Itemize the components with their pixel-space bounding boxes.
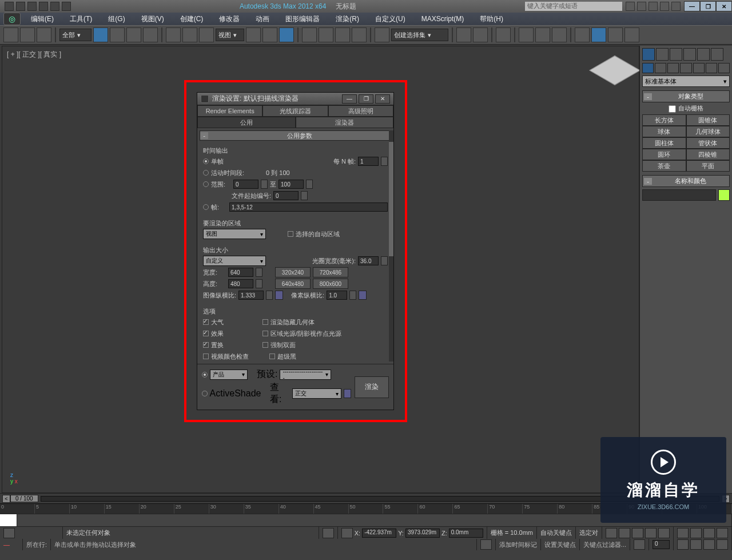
time-config-icon[interactable]: [630, 539, 649, 550]
maximize-viewport-icon[interactable]: [703, 539, 715, 550]
menu-group[interactable]: 组(G): [100, 14, 133, 24]
menu-animation[interactable]: 动画: [248, 14, 277, 24]
name-color-rollout-header[interactable]: -名称和颜色: [642, 175, 730, 187]
auto-region-checkbox[interactable]: [288, 231, 293, 237]
ref-coord-combo[interactable]: 视图: [216, 29, 244, 41]
transform-type-icon[interactable]: [341, 528, 353, 538]
render-production-icon[interactable]: [608, 27, 623, 42]
preset-320x240-button[interactable]: 320x240: [275, 267, 311, 277]
zoom-icon[interactable]: [677, 528, 689, 538]
plane-button[interactable]: 平面: [686, 160, 730, 172]
viewport-label[interactable]: [ + ][ 正交 ][ 真实 ]: [7, 50, 61, 59]
systems-cat-icon[interactable]: [718, 63, 730, 73]
every-n-field[interactable]: 1: [358, 157, 379, 166]
torus-button[interactable]: 圆环: [642, 149, 686, 160]
object-type-rollout-header[interactable]: -对象类型: [642, 90, 730, 102]
atmospherics-checkbox[interactable]: [203, 319, 209, 325]
x-field[interactable]: -422.937m: [362, 529, 396, 538]
rotate-icon[interactable]: [182, 27, 197, 42]
menu-edit[interactable]: 编辑(E): [23, 14, 62, 24]
render-button[interactable]: 渲染: [355, 376, 389, 398]
maximize-button[interactable]: ❐: [700, 1, 716, 11]
range-from-spinner[interactable]: [261, 180, 268, 189]
image-aspect-spinner[interactable]: [266, 291, 273, 300]
goto-start-icon[interactable]: [606, 528, 617, 538]
tube-button[interactable]: 管状体: [686, 137, 730, 149]
autogrid-checkbox[interactable]: [669, 105, 676, 113]
height-field[interactable]: 480: [228, 279, 253, 288]
range-to-spinner[interactable]: [306, 180, 313, 189]
range-radio[interactable]: [203, 181, 209, 187]
video-color-checkbox[interactable]: [203, 354, 209, 359]
lights-cat-icon[interactable]: [667, 63, 679, 73]
object-color-swatch[interactable]: [718, 189, 730, 201]
move-icon[interactable]: [166, 27, 181, 42]
tab-advanced-lighting[interactable]: 高级照明: [328, 105, 393, 117]
active-time-radio[interactable]: [203, 170, 209, 176]
autokey-button[interactable]: 自动关键点: [537, 527, 576, 539]
lock-icon[interactable]: [319, 527, 338, 539]
angle-snap-icon[interactable]: [319, 27, 333, 42]
utilities-tab-icon[interactable]: [711, 48, 723, 61]
helpers-cat-icon[interactable]: [693, 63, 705, 73]
preset-720x486-button[interactable]: 720x486: [313, 267, 348, 277]
render-hidden-checkbox[interactable]: [262, 319, 268, 325]
search-input[interactable]: 键入关键字或短语: [525, 2, 622, 11]
fov-icon[interactable]: [717, 528, 728, 538]
material-editor-icon[interactable]: [552, 27, 567, 42]
render-frame-icon[interactable]: [591, 27, 606, 42]
scale-icon[interactable]: [199, 27, 214, 42]
prev-frame-icon[interactable]: [619, 528, 630, 538]
favorites-icon[interactable]: [660, 2, 669, 11]
output-size-combo[interactable]: 自定义: [203, 256, 266, 266]
dialog-close-button[interactable]: ✕: [375, 94, 390, 104]
file-start-spinner[interactable]: [301, 191, 308, 200]
spinner-snap-icon[interactable]: [352, 27, 367, 42]
image-aspect-lock-icon[interactable]: [275, 291, 283, 300]
motion-tab-icon[interactable]: [683, 48, 696, 61]
view-lock-icon[interactable]: [344, 389, 351, 398]
spacewarps-cat-icon[interactable]: [706, 63, 717, 73]
align-icon[interactable]: [473, 27, 488, 42]
geometry-cat-icon[interactable]: [642, 63, 654, 73]
preset-800x600-button[interactable]: 800x600: [313, 279, 348, 289]
pivot-center-icon[interactable]: [246, 27, 261, 42]
height-spinner[interactable]: [256, 279, 262, 288]
cone-button[interactable]: 圆锥体: [686, 114, 730, 126]
add-time-tag[interactable]: 添加时间标记: [496, 539, 541, 550]
named-selection-combo[interactable]: 创建选择集: [391, 29, 448, 41]
width-field[interactable]: 640: [228, 268, 253, 277]
mirror-icon[interactable]: [456, 27, 471, 42]
view-combo[interactable]: 正交: [292, 388, 341, 399]
menu-modifiers[interactable]: 修改器: [211, 14, 248, 24]
create-tab-icon[interactable]: [642, 48, 655, 61]
teapot-button[interactable]: 茶壶: [642, 160, 686, 172]
production-radio[interactable]: [202, 372, 208, 378]
viewcube[interactable]: [598, 53, 632, 88]
redo-icon[interactable]: [50, 2, 59, 11]
select-by-name-icon[interactable]: [110, 27, 125, 42]
key-mode-combo[interactable]: 选定对: [576, 527, 602, 539]
curve-editor-icon[interactable]: [519, 27, 534, 42]
time-slider-thumb[interactable]: 0 / 100: [10, 495, 38, 502]
search-icon[interactable]: [626, 2, 635, 11]
common-params-rollout-header[interactable]: -公用参数: [200, 130, 391, 141]
zoom-extents-icon[interactable]: [703, 528, 715, 538]
qat-more-icon[interactable]: [62, 2, 71, 11]
frames-field[interactable]: 1,3,5-12: [229, 202, 388, 212]
pixel-aspect-field[interactable]: 1.0: [327, 291, 347, 300]
current-frame-field[interactable]: 0: [649, 539, 674, 550]
goto-end-icon[interactable]: [658, 528, 670, 538]
cameras-cat-icon[interactable]: [680, 63, 691, 73]
menu-help[interactable]: 帮助(H): [472, 14, 511, 24]
z-field[interactable]: 0.0mm: [449, 529, 483, 538]
render-setup-icon[interactable]: [575, 27, 590, 42]
minimize-button[interactable]: —: [684, 1, 700, 11]
preset-combo[interactable]: ----------------------: [280, 370, 331, 380]
schematic-view-icon[interactable]: [535, 27, 550, 42]
tab-raytracer[interactable]: 光线跟踪器: [262, 105, 328, 117]
menu-customize[interactable]: 自定义(U): [367, 14, 413, 24]
box-button[interactable]: 长方体: [642, 114, 686, 126]
file-start-field[interactable]: 0: [273, 191, 299, 200]
save-icon[interactable]: [27, 2, 37, 11]
